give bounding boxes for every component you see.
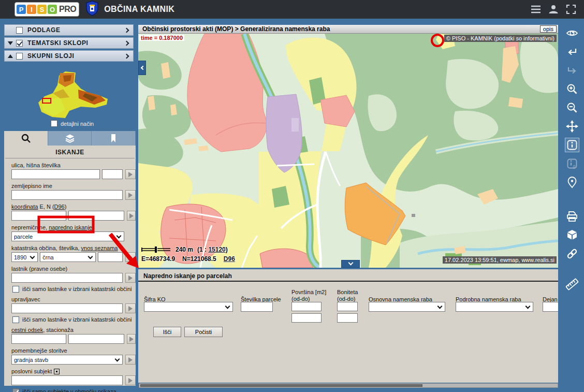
accordion-tematski-sklopi[interactable]: TEMATSKI SKLOPI: [4, 37, 134, 49]
zoom-out-icon[interactable]: [565, 100, 579, 115]
play-icon: [128, 193, 133, 198]
list-entry-link[interactable]: vnos seznama: [81, 245, 118, 251]
advanced-panel-title: Napredno iskanje po parcelah: [143, 272, 232, 280]
geoname-input[interactable]: [11, 190, 123, 200]
datum-link[interactable]: D96: [224, 255, 235, 263]
geoname-label: zemljepisno ime: [11, 183, 136, 189]
go-button[interactable]: [125, 303, 136, 313]
owner-restrict-checkbox[interactable]: [12, 286, 19, 293]
owner-input[interactable]: [11, 273, 123, 283]
cadastral-name-select[interactable]: črna: [40, 252, 96, 262]
osnovna-raba-select[interactable]: [369, 302, 445, 312]
ruler-icon[interactable]: [565, 277, 579, 291]
business-area-checkbox[interactable]: [12, 388, 19, 392]
menu-icon[interactable]: [530, 4, 542, 15]
road-section-input[interactable]: [11, 334, 66, 344]
chevron-down-icon: [116, 233, 122, 238]
accordion-skupni-sloji[interactable]: SKUPNI SLOJI: [4, 50, 134, 62]
go-button[interactable]: [127, 334, 136, 344]
map-timestamp: 17.02.2023 13:59:51, ewmap, www.realis.s…: [443, 256, 557, 264]
print-icon[interactable]: [565, 209, 579, 224]
area-to-input[interactable]: [291, 313, 322, 323]
house-number-input[interactable]: [102, 169, 123, 179]
fullscreen-icon[interactable]: [565, 4, 577, 15]
manager-restrict-checkbox[interactable]: [12, 316, 19, 323]
sifra-ko-select[interactable]: [144, 302, 233, 312]
realestate-type-select[interactable]: parcele: [11, 231, 124, 241]
forward-arrow-icon[interactable]: [565, 63, 579, 78]
back-arrow-icon[interactable]: [565, 45, 579, 59]
link-icon[interactable]: [565, 246, 579, 261]
panel-toggle-button[interactable]: [341, 260, 360, 268]
go-button[interactable]: [125, 375, 136, 385]
go-button[interactable]: [125, 190, 136, 200]
boniteta-to-input[interactable]: [337, 313, 358, 323]
go-button[interactable]: [125, 273, 136, 283]
podrobna-raba-select[interactable]: [456, 302, 533, 312]
d96-link[interactable]: D96: [54, 204, 65, 210]
eye-icon[interactable]: [565, 26, 579, 40]
scale-ratio-link[interactable]: 15120: [208, 246, 225, 253]
scale-distance: 240 m: [176, 246, 193, 253]
boniteta-from-input[interactable]: [337, 302, 358, 311]
search-icon: [20, 133, 32, 144]
info-icon[interactable]: [565, 138, 579, 152]
search-panel: ISKANJE ulica, hišna številka zemljepisn…: [4, 146, 136, 386]
tab-search[interactable]: [4, 131, 48, 146]
dejanska-raba-input[interactable]: [543, 302, 558, 312]
map-canvas[interactable]: time = 0.187000 © PISO - KAMNIK (podatki…: [138, 34, 558, 268]
business-input[interactable]: [11, 375, 123, 385]
go-button[interactable]: [127, 211, 136, 221]
clear-button[interactable]: Počisti: [184, 327, 223, 337]
coordinate-link[interactable]: koordinata: [11, 204, 38, 210]
chevron-down-icon: [115, 356, 120, 361]
accordion-label: TEMATSKI SKLOPI: [27, 39, 88, 47]
zoom-in-icon[interactable]: [565, 82, 579, 96]
boniteta-range-label: (od-do): [337, 296, 355, 302]
cube-3d-icon[interactable]: [565, 228, 579, 242]
scrollbar-thumb[interactable]: [140, 384, 422, 387]
manager-input[interactable]: [11, 303, 123, 313]
area-from-input[interactable]: [291, 302, 322, 311]
pan-icon[interactable]: [565, 119, 579, 134]
accordion-podlage[interactable]: PODLAGE: [4, 24, 134, 36]
chevron-down-icon: [348, 260, 353, 266]
cursor-coordinates: E=468734.9 N=121068.5 D96: [141, 255, 235, 263]
map-title-bar: Občinski prostorski akti (MOP) > General…: [138, 25, 558, 34]
play-icon: [128, 378, 133, 383]
boniteta-label: Boniteta: [337, 289, 358, 295]
user-icon[interactable]: [548, 4, 559, 15]
tab-bookmarks[interactable]: [92, 131, 136, 146]
podlage-checkbox[interactable]: [16, 27, 23, 34]
map-copyright: © PISO - KAMNIK (podatki so informativni…: [444, 35, 557, 42]
info-group-icon[interactable]: g: [565, 156, 579, 171]
parcel-input[interactable]: [98, 252, 123, 262]
expand-triangle-icon[interactable]: [7, 54, 14, 58]
cadastral-code-select[interactable]: 1890: [11, 252, 38, 262]
coord-n-input[interactable]: [68, 211, 124, 221]
chevron-down-icon: [88, 254, 93, 259]
tematski-checkbox[interactable]: [16, 40, 23, 47]
services-select[interactable]: gradnja stavb: [11, 355, 123, 365]
parcel-number-input[interactable]: [241, 302, 273, 312]
go-button[interactable]: [125, 355, 136, 365]
coord-e-input[interactable]: [11, 211, 66, 221]
sidebar-collapse-button[interactable]: [138, 61, 146, 75]
road-section-link[interactable]: cestni odsek: [11, 327, 43, 333]
collapse-triangle-icon[interactable]: [7, 41, 14, 45]
horizontal-scrollbar[interactable]: [139, 383, 558, 388]
go-button[interactable]: [125, 169, 136, 179]
business-label: poslovni subjekt: [11, 368, 136, 374]
location-pin-icon[interactable]: [565, 175, 579, 190]
detail-mode-checkbox[interactable]: [51, 120, 57, 127]
overview-minimap[interactable]: [29, 70, 109, 122]
tab-layers[interactable]: [48, 131, 92, 146]
opis-button[interactable]: opis: [540, 25, 557, 33]
skupni-checkbox[interactable]: [16, 53, 23, 60]
advanced-search-link[interactable]: napredno iskanje: [49, 224, 92, 230]
address-input[interactable]: [11, 169, 100, 179]
search-button[interactable]: Išči: [153, 327, 181, 337]
go-button[interactable]: [125, 252, 136, 262]
station-input[interactable]: [68, 334, 124, 344]
piso-logo[interactable]: P I S O PRO: [14, 2, 79, 17]
